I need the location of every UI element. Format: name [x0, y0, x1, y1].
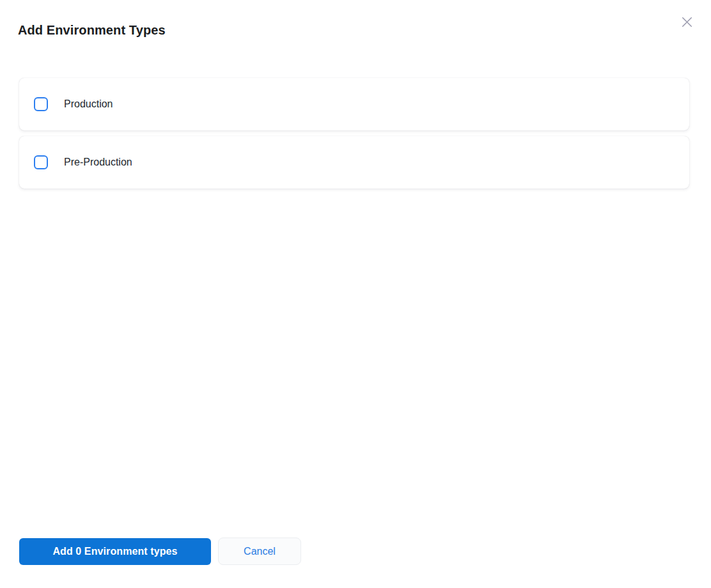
add-environment-types-button[interactable]: Add 0 Environment types — [19, 538, 211, 565]
dialog-title: Add Environment Types — [18, 23, 166, 38]
environment-type-list: Production Pre-Production — [19, 78, 689, 194]
environment-row-pre-production[interactable]: Pre-Production — [19, 136, 689, 189]
environment-row-label: Production — [64, 98, 113, 110]
environment-row-label: Pre-Production — [64, 157, 132, 168]
add-environment-types-dialog: Add Environment Types Production Pre-Pro… — [0, 0, 711, 588]
production-checkbox[interactable] — [34, 97, 48, 111]
close-button[interactable] — [677, 12, 696, 31]
close-icon — [679, 14, 695, 30]
cancel-button[interactable]: Cancel — [218, 538, 301, 565]
environment-row-production[interactable]: Production — [19, 78, 689, 130]
pre-production-checkbox[interactable] — [34, 155, 48, 169]
dialog-footer: Add 0 Environment types Cancel — [19, 538, 301, 565]
